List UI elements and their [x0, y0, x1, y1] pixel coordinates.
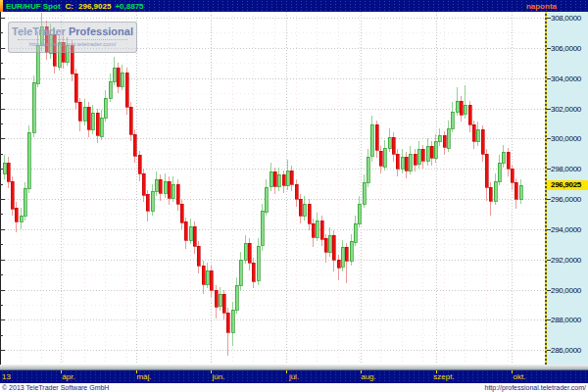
month-label: szept.: [433, 372, 454, 381]
watermark-title: TeleTrader Professional: [9, 26, 136, 37]
watermark-brand: TeleTrader: [12, 25, 66, 37]
titlebar-accent: [0, 0, 3, 12]
chart-plot-area[interactable]: TeleTrader Professional http://professio…: [0, 12, 545, 365]
month-label: jún.: [213, 372, 225, 381]
symbol-label: EUR/HUF Spot: [6, 2, 61, 11]
copyright-text: © 2013 TeleTrader Software GmbH: [2, 383, 109, 392]
time-axis[interactable]: 13 ápr.máj.jún.júl.aug.szept.okt.: [0, 370, 588, 383]
candlestick-canvas: [0, 12, 545, 365]
price-axis-label: 302,0000: [551, 105, 581, 114]
time-axis-tick: [286, 370, 287, 373]
teletrader-chart-window: EUR/HUF Spot C: 296,9025 +0,8875 naponta…: [0, 0, 588, 392]
price-axis-label: 298,0000: [551, 165, 581, 173]
year-label: 13: [2, 372, 11, 381]
price-axis[interactable]: 296,9025 308,0000306,0000304,0000302,000…: [545, 12, 588, 365]
price-axis-label: 292,0000: [551, 256, 581, 265]
last-price-value: 296,9025: [78, 2, 111, 11]
footer-url: http://professional.teletrader.com/: [485, 383, 587, 392]
month-label: aug.: [361, 372, 376, 381]
price-axis-label: 306,0000: [551, 44, 581, 53]
price-axis-label: 294,0000: [551, 225, 581, 234]
price-axis-label: 288,0000: [551, 316, 581, 324]
month-label: máj.: [136, 372, 151, 381]
price-axis-label: 300,0000: [551, 134, 581, 143]
status-footer: © 2013 TeleTrader Software GmbH http://p…: [0, 383, 588, 392]
price-axis-label: 296,0000: [551, 195, 581, 204]
watermark: TeleTrader Professional http://professio…: [8, 22, 137, 53]
price-axis-label: 290,0000: [551, 286, 581, 295]
current-price-tag: 296,9025: [547, 180, 588, 190]
price-change-value: +0,8875: [115, 2, 143, 11]
month-label: ápr.: [62, 372, 74, 381]
watermark-product: Professional: [69, 25, 133, 37]
interval-label: naponta: [526, 2, 557, 11]
price-axis-label: 304,0000: [551, 74, 581, 83]
chart-title-bar[interactable]: EUR/HUF Spot C: 296,9025 +0,8875 naponta: [0, 0, 588, 12]
price-axis-label: 308,0000: [551, 14, 581, 23]
price-axis-label: 286,0000: [551, 346, 581, 355]
month-label: júl.: [289, 372, 299, 381]
watermark-url: http://professional.teletrader.com/: [18, 39, 127, 47]
month-label: okt.: [514, 372, 526, 381]
last-price-prefix: C:: [66, 2, 74, 11]
